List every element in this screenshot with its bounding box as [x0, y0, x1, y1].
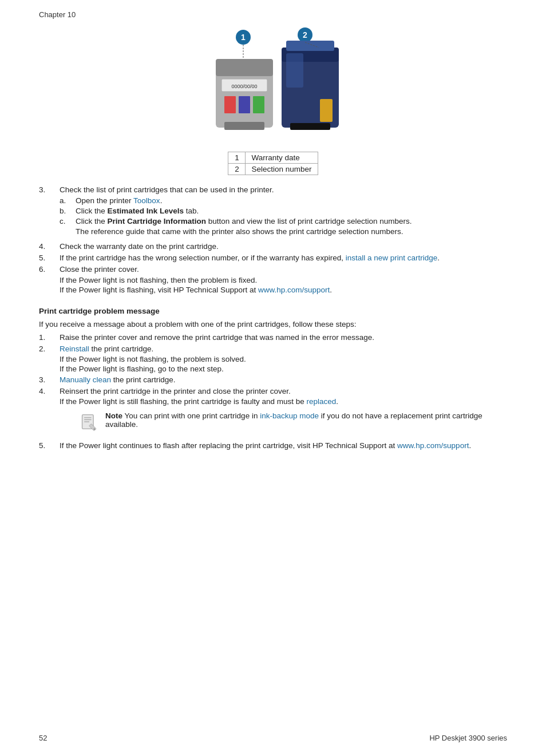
s2-step-3: 3. Manually clean the print cartridge.	[39, 375, 507, 384]
svg-text:2: 2	[303, 30, 307, 39]
ink-backup-mode-link[interactable]: ink-backup mode	[260, 411, 319, 420]
step-4: 4. Check the warranty date on the print …	[39, 242, 507, 251]
step-5-content: If the print cartridge has the wrong sel…	[60, 254, 507, 262]
hp-support-link-2[interactable]: www.hp.com/support	[397, 441, 469, 450]
install-new-cartridge-link[interactable]: install a new print cartridge	[346, 254, 438, 262]
note-box: Note You can print with one print cartri…	[80, 411, 507, 433]
s2-step-5-num: 5.	[39, 441, 60, 450]
sub-3c-text-pre: Click the	[76, 217, 108, 225]
sub-step-3a: a. Open the printer Toolbox.	[60, 196, 507, 205]
step-3-sublist: a. Open the printer Toolbox. b. Click th…	[60, 196, 507, 225]
step-6-extra1: If the Power light is not flashing, then…	[60, 276, 507, 284]
note-text: You can print with one print cartridge i…	[122, 411, 260, 420]
s2-step-2-content: Reinstall the print cartridge. If the Po…	[60, 345, 507, 373]
step-6-extra2: If the Power light is flashing, visit HP…	[60, 286, 507, 294]
note-label: Note	[105, 411, 122, 420]
step-3-extra: The reference guide that came with the p…	[76, 227, 507, 236]
legend-text-1: Warranty date	[246, 152, 318, 164]
s2-step-2-num: 2.	[39, 345, 60, 373]
sub-3b-text-post: tab.	[184, 207, 199, 215]
s2-step-2: 2. Reinstall the print cartridge. If the…	[39, 345, 507, 373]
s2-step-4-text: Reinsert the print cartridge in the prin…	[60, 387, 291, 395]
legend-row-1: 1 Warranty date	[228, 152, 318, 164]
legend-row-2: 2 Selection number	[228, 164, 318, 175]
reinstall-link[interactable]: Reinstall	[60, 345, 89, 353]
sub-3b-label: b.	[60, 207, 76, 215]
step-3-text: Check the list of print cartridges that …	[60, 185, 274, 194]
step-5-text-post: .	[437, 254, 440, 262]
step-6: 6. Close the printer cover. If the Power…	[39, 265, 507, 294]
toolbox-link[interactable]: Toolbox	[133, 196, 160, 205]
svg-rect-14	[286, 41, 334, 51]
step-5-text-pre: If the print cartridge has the wrong sel…	[60, 254, 346, 262]
step-4-text: Check the warranty date on the print car…	[60, 242, 219, 251]
legend-num-2: 2	[228, 164, 246, 175]
svg-rect-11	[253, 96, 264, 113]
svg-rect-10	[239, 96, 250, 113]
legend-num-1: 1	[228, 152, 246, 164]
step-6-content: Close the printer cover. If the Power li…	[60, 265, 507, 294]
chapter-label: Chapter 10	[39, 10, 507, 19]
step-3-num: 3.	[39, 185, 60, 239]
step-4-content: Check the warranty date on the print car…	[60, 242, 507, 251]
sub-step-3b: b. Click the Estimated Ink Levels tab.	[60, 207, 507, 215]
s2-step-1-num: 1.	[39, 333, 60, 342]
svg-rect-8	[224, 122, 264, 130]
svg-text:1: 1	[241, 33, 246, 42]
note-icon	[80, 413, 101, 433]
svg-rect-9	[224, 96, 236, 113]
step-6-text: Close the printer cover.	[60, 265, 139, 274]
section2-heading: Print cartridge problem message	[39, 307, 507, 315]
sub-3a-label: a.	[60, 196, 76, 205]
svg-rect-5	[216, 59, 273, 76]
manually-clean-link[interactable]: Manually clean	[60, 375, 111, 384]
sub-3a-content: Open the printer Toolbox.	[76, 196, 507, 205]
s2-step-2-text: the print cartridge.	[89, 345, 154, 353]
sub-3c-content: Click the Print Cartridge Information bu…	[76, 217, 507, 225]
svg-rect-17	[286, 53, 303, 88]
sub-3b-text-pre: Click the	[76, 207, 108, 215]
s2-step-4: 4. Reinsert the print cartridge in the p…	[39, 387, 507, 438]
sub-3b-bold: Estimated Ink Levels	[108, 207, 184, 215]
sub-3c-text-post: button and view the list of print cartri…	[206, 217, 412, 225]
s2-step-4-num: 4.	[39, 387, 60, 438]
s2-step-1-content: Raise the printer cover and remove the p…	[60, 333, 507, 342]
s2-step-1-text: Raise the printer cover and remove the p…	[60, 333, 374, 342]
s2-step-5-text-pre: If the Power light continues to flash af…	[60, 441, 397, 450]
step-5: 5. If the print cartridge has the wrong …	[39, 254, 507, 262]
footer-product-name: HP Deskjet 3900 series	[429, 734, 507, 742]
s2-step-5-text-post: .	[469, 441, 471, 450]
content-body: 3. Check the list of print cartridges th…	[39, 185, 507, 450]
step-3-content: Check the list of print cartridges that …	[60, 185, 507, 239]
svg-rect-15	[320, 99, 333, 122]
diagram-area: 1 2 0000/00/00	[39, 25, 507, 175]
step-4-num: 4.	[39, 242, 60, 251]
legend-table: 1 Warranty date 2 Selection number	[228, 152, 318, 175]
s2-step-3-text: the print cartridge.	[111, 375, 176, 384]
sub-step-3c: c. Click the Print Cartridge Information…	[60, 217, 507, 225]
sub-3b-content: Click the Estimated Ink Levels tab.	[76, 207, 507, 215]
svg-text:0000/00/00: 0000/00/00	[231, 84, 257, 89]
s2-step-3-num: 3.	[39, 375, 60, 384]
legend-text-2: Selection number	[246, 164, 318, 175]
s2-step-4-extra1: If the Power light is still flashing, th…	[60, 397, 507, 406]
s2-step-1: 1. Raise the printer cover and remove th…	[39, 333, 507, 342]
s2-step-4-content: Reinsert the print cartridge in the prin…	[60, 387, 507, 438]
s2-step-3-content: Manually clean the print cartridge.	[60, 375, 507, 384]
s2-step-5: 5. If the Power light continues to flash…	[39, 441, 507, 450]
sub-3a-text-post: .	[160, 196, 163, 205]
s2-step-5-content: If the Power light continues to flash af…	[60, 441, 507, 450]
section2-intro: If you receive a message about a problem…	[39, 320, 507, 328]
cartridge-diagram: 1 2 0000/00/00	[193, 25, 353, 145]
s2-step-2-extra1: If the Power light is not flashing, the …	[60, 355, 507, 363]
svg-rect-16	[290, 123, 330, 130]
replaced-link[interactable]: replaced	[306, 397, 336, 406]
footer: 52 HP Deskjet 3900 series	[39, 734, 507, 742]
note-content: Note You can print with one print cartri…	[105, 411, 507, 429]
step-5-num: 5.	[39, 254, 60, 262]
s2-step-2-extra2: If the Power light is flashing, go to th…	[60, 365, 507, 373]
step-3: 3. Check the list of print cartridges th…	[39, 185, 507, 239]
footer-page-number: 52	[39, 734, 47, 742]
hp-support-link-1[interactable]: www.hp.com/support	[258, 286, 330, 294]
step-6-num: 6.	[39, 265, 60, 294]
